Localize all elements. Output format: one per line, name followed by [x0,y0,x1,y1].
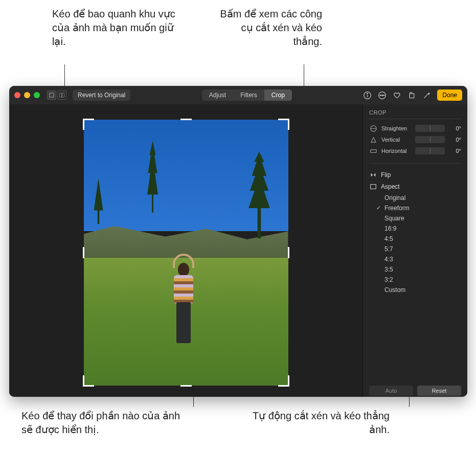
aspect-list: OriginalFreeformSquare16:94:55:74:33:53:… [369,194,461,294]
callout-auto-crop: Tự động cắt xén và kéo thẳng ảnh. [252,409,390,437]
enhance-icon[interactable] [422,91,431,100]
flip-button[interactable]: Flip [369,169,461,181]
crop-frame[interactable] [84,120,288,386]
svg-rect-2 [62,93,64,97]
horizontal-icon [369,147,377,155]
vertical-icon [369,136,377,144]
photo-preview[interactable] [84,120,288,386]
aspect-option-custom[interactable]: Custom [384,286,461,294]
svg-point-8 [382,95,383,96]
rotate-icon[interactable] [407,91,416,100]
tab-adjust[interactable]: Adjust [202,89,233,101]
more-icon[interactable] [378,91,387,100]
aspect-option-3-5[interactable]: 3:5 [384,266,461,273]
photos-edit-window: Revert to Original Adjust Filters Crop D… [9,86,467,397]
svg-point-5 [367,93,368,94]
aspect-section: Aspect [369,181,461,192]
horizontal-slider[interactable] [415,147,445,154]
aspect-option-4-3[interactable]: 4:3 [384,256,461,263]
callout-drag-edges: Kéo để thay đổi phần nào của ảnh sẽ được… [21,409,185,437]
fullscreen-icon[interactable] [34,92,40,98]
vertical-slider[interactable] [415,136,445,143]
aspect-option-4-5[interactable]: 4:5 [384,235,461,242]
aspect-option-5-7[interactable]: 5:7 [384,245,461,253]
straighten-value: 0° [449,125,461,131]
photo-canvas[interactable] [9,104,362,397]
svg-rect-0 [50,93,54,97]
aspect-option-freeform[interactable]: Freeform [384,205,461,212]
horizontal-value: 0° [449,148,461,154]
callout-crop-tools: Bấm để xem các công cụ cắt xén và kéo th… [220,7,322,49]
aspect-label: Aspect [381,183,400,190]
edit-mode-tabs: Adjust Filters Crop [202,89,292,101]
callout-drag-corners: Kéo để bao quanh khu vực của ảnh mà bạn … [52,7,185,49]
revert-button[interactable]: Revert to Original [73,89,130,101]
window-controls [14,92,40,98]
straighten-slider[interactable] [415,125,445,132]
single-view-icon[interactable] [47,91,56,100]
svg-rect-1 [60,93,62,97]
auto-button[interactable]: Auto [369,386,413,396]
titlebar: Revert to Original Adjust Filters Crop D… [9,86,467,104]
slider-vertical[interactable]: Vertical 0° [369,136,461,144]
minimize-icon[interactable] [24,92,30,98]
svg-rect-10 [410,94,415,98]
svg-rect-13 [370,184,376,189]
reset-button[interactable]: Reset [417,386,461,396]
done-button[interactable]: Done [437,89,462,101]
aspect-option-original[interactable]: Original [384,194,461,201]
tab-filters[interactable]: Filters [233,89,264,101]
close-icon[interactable] [14,92,20,98]
slider-straighten[interactable]: Straighten 0° [369,124,461,132]
horizontal-label: Horizontal [381,148,411,154]
vertical-value: 0° [449,137,461,143]
vertical-label: Vertical [381,137,411,143]
svg-point-9 [383,95,384,96]
info-icon[interactable] [363,91,372,100]
toolbar-right-icons: Done [363,89,462,101]
flip-icon [369,171,377,178]
flip-label: Flip [381,171,391,178]
panel-title: CROP [369,109,461,119]
favorite-icon[interactable] [393,91,401,100]
viewmode-toggle[interactable] [47,91,66,100]
slider-horizontal[interactable]: Horizontal 0° [369,147,461,155]
aspect-option-16-9[interactable]: 16:9 [384,225,461,232]
tab-crop[interactable]: Crop [264,89,292,101]
straighten-label: Straighten [381,125,411,131]
crop-sidebar: CROP Straighten 0° Vertical 0° [362,104,467,397]
svg-point-7 [380,95,381,96]
aspect-option-square[interactable]: Square [384,215,461,222]
aspect-icon [369,183,377,190]
split-view-icon[interactable] [57,91,66,100]
aspect-option-3-2[interactable]: 3:2 [384,276,461,283]
straighten-icon [369,124,377,132]
